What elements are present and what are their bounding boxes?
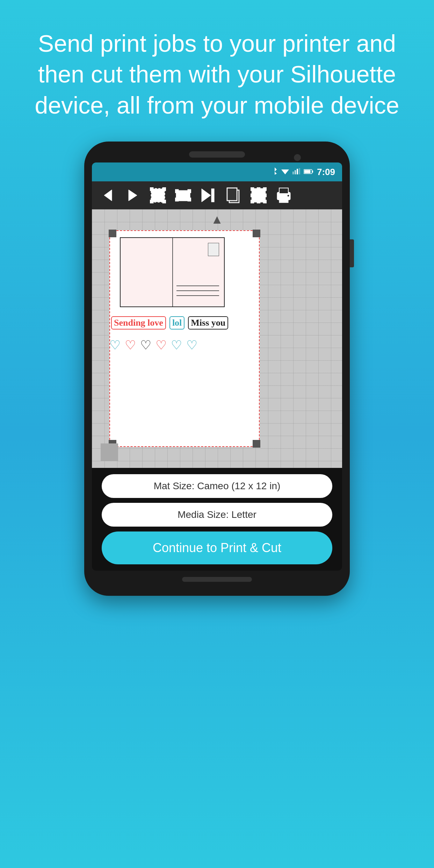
phone-side-button — [350, 239, 354, 267]
svg-rect-4 — [299, 168, 300, 174]
svg-rect-30 — [263, 188, 266, 190]
postcard-line-2 — [176, 290, 219, 291]
signal-icon — [292, 167, 300, 176]
sticker-lol: lol — [169, 316, 185, 330]
hero-text: Send print jobs to your printer and then… — [0, 0, 434, 142]
stickers-row1: Sending love lol Miss you — [111, 316, 228, 330]
status-time: 7:09 — [317, 167, 335, 178]
print-button[interactable] — [272, 184, 295, 207]
heart-5: ♡ — [171, 338, 182, 353]
canvas-handle-bl — [101, 443, 118, 461]
continue-print-cut-button[interactable]: Continue to Print & Cut — [102, 531, 332, 564]
svg-rect-22 — [211, 189, 214, 202]
svg-rect-34 — [257, 200, 260, 203]
phone-camera — [294, 154, 301, 161]
status-icons: 7:09 — [272, 167, 335, 178]
sticker-sending-love: Sending love — [111, 316, 166, 330]
svg-rect-13 — [150, 200, 153, 203]
resize-button[interactable] — [172, 184, 195, 207]
svg-rect-29 — [251, 188, 254, 190]
phone-speaker — [189, 151, 245, 158]
svg-rect-31 — [251, 200, 254, 203]
phone-home-bar — [182, 577, 252, 582]
svg-rect-38 — [279, 188, 288, 194]
postcard-line-1 — [176, 285, 219, 286]
stickers-row2: ♡ ♡ ♡ ♡ ♡ ♡ — [109, 338, 197, 353]
svg-rect-7 — [312, 171, 313, 173]
scroll-up-arrow: ▲ — [211, 212, 223, 227]
heart-2: ♡ — [125, 338, 136, 353]
battery-icon — [304, 167, 313, 176]
svg-rect-6 — [304, 170, 310, 173]
bluetooth-icon — [272, 167, 278, 177]
corner-handle-tr — [253, 230, 260, 237]
svg-rect-32 — [263, 200, 266, 203]
svg-rect-11 — [150, 188, 153, 190]
corner-handle-tl — [109, 230, 116, 237]
postcard — [120, 237, 225, 307]
canvas-area: ▲ Sending love — [92, 209, 342, 468]
svg-rect-36 — [263, 194, 266, 197]
svg-rect-33 — [257, 188, 260, 190]
postcard-divider — [172, 238, 173, 306]
transform-button[interactable] — [247, 184, 270, 207]
svg-rect-20 — [188, 198, 191, 201]
svg-rect-2 — [295, 170, 296, 174]
svg-rect-12 — [163, 188, 166, 190]
svg-marker-8 — [104, 190, 112, 201]
bottom-panel: Mat Size: Cameo (12 x 12 in) Media Size:… — [92, 468, 342, 571]
status-bar: 7:09 — [92, 162, 342, 181]
svg-marker-21 — [202, 189, 211, 202]
postcard-line-3 — [176, 295, 219, 296]
play-button[interactable] — [121, 184, 144, 207]
svg-point-40 — [287, 195, 289, 197]
back-button[interactable] — [96, 184, 119, 207]
phone-mockup: 7:09 — [84, 142, 350, 596]
svg-rect-35 — [251, 194, 254, 197]
phone-screen: 7:09 — [92, 162, 342, 571]
sticker-miss-you: Miss you — [188, 316, 228, 330]
heart-4: ♡ — [155, 338, 167, 353]
corner-handle-br — [253, 440, 260, 448]
mat-size-button[interactable]: Mat Size: Cameo (12 x 12 in) — [102, 474, 332, 498]
heart-3: ♡ — [140, 338, 151, 353]
skip-button[interactable] — [197, 184, 220, 207]
svg-rect-25 — [227, 188, 237, 201]
toolbar — [92, 181, 342, 209]
heart-6: ♡ — [186, 338, 197, 353]
svg-rect-39 — [279, 197, 288, 203]
svg-marker-9 — [129, 190, 137, 201]
svg-rect-17 — [175, 190, 178, 193]
layers-button[interactable] — [222, 184, 245, 207]
svg-rect-19 — [175, 198, 178, 201]
svg-rect-14 — [163, 200, 166, 203]
svg-rect-1 — [292, 172, 294, 174]
svg-rect-3 — [297, 169, 298, 174]
media-size-button[interactable]: Media Size: Letter — [102, 503, 332, 527]
select-rect-button[interactable] — [146, 184, 169, 207]
postcard-lines — [176, 285, 219, 296]
svg-rect-18 — [188, 190, 191, 193]
wifi-icon — [281, 167, 289, 176]
postcard-stamp — [208, 243, 219, 256]
heart-1: ♡ — [109, 338, 121, 353]
svg-marker-0 — [281, 169, 289, 174]
